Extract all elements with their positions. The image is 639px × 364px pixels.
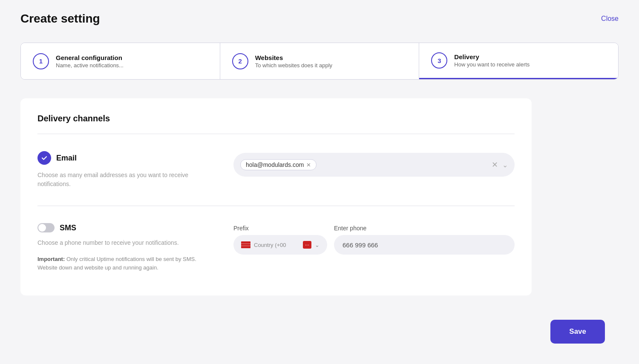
step-2-title: Websites [255, 54, 332, 61]
prefix-label: Prefix [233, 225, 327, 232]
steps-container: 1 General configuration Name, active not… [20, 43, 619, 80]
email-tags: hola@modulards.com ✕ [240, 159, 488, 170]
email-input-box[interactable]: hola@modulards.com ✕ ✕ ⌄ [233, 153, 515, 177]
email-toggle[interactable] [37, 151, 51, 165]
step-3-circle: 3 [431, 52, 447, 69]
sms-toggle[interactable] [37, 223, 55, 232]
step-3-title: Delivery [454, 53, 530, 60]
step-1[interactable]: 1 General configuration Name, active not… [21, 43, 220, 79]
email-channel-header: Email [37, 151, 199, 165]
phone-input[interactable]: 666 999 666 [334, 235, 515, 255]
step-2-circle: 2 [232, 53, 248, 69]
sms-channel-left: SMS Choose a phone number to receive you… [37, 223, 199, 272]
svg-rect-2 [241, 244, 250, 246]
step-1-text: General configuration Name, active notif… [56, 54, 124, 69]
sms-channel-row: SMS Choose a phone number to receive you… [37, 219, 515, 280]
page-header: Create setting Close [20, 12, 619, 26]
email-channel-name: Email [56, 154, 77, 163]
prefix-chevron-icon: ⌄ [315, 242, 320, 248]
email-channel-left: Email Choose as many email addresses as … [37, 151, 199, 189]
email-channel-row: Email Choose as many email addresses as … [37, 147, 515, 197]
email-tag: hola@modulards.com ✕ [240, 159, 317, 170]
prefix-flag-icon [241, 241, 250, 248]
email-dropdown-button[interactable]: ⌄ [502, 161, 508, 169]
content-area: Delivery channels Email Choose as many e… [20, 98, 532, 295]
email-clear-button[interactable]: ✕ [492, 161, 498, 169]
divider-middle [37, 206, 515, 206]
phone-label: Enter phone [334, 225, 366, 232]
step-2-text: Websites To which websites does it apply [255, 54, 332, 69]
step-2-subtitle: To which websites does it apply [255, 62, 332, 69]
sms-fields: Prefix Enter phone Country (+00 [233, 225, 515, 255]
sms-labels: Prefix Enter phone [233, 225, 515, 232]
step-1-title: General configuration [56, 54, 124, 61]
sms-channel-important: Important: Only critical Uptime notifica… [37, 255, 199, 272]
step-3-text: Delivery How you want to receive alerts [454, 53, 530, 68]
step-3[interactable]: 3 Delivery How you want to receive alert… [419, 43, 618, 79]
page-title: Create setting [20, 12, 100, 26]
prefix-select[interactable]: Country (+00 ··· ⌄ [233, 235, 327, 255]
page-wrapper: Create setting Close 1 General configura… [0, 0, 639, 364]
step-3-subtitle: How you want to receive alerts [454, 61, 530, 68]
sms-channel-header: SMS [37, 223, 199, 232]
save-button[interactable]: Save [550, 320, 605, 344]
step-1-circle: 1 [33, 53, 49, 69]
email-tag-remove[interactable]: ✕ [306, 162, 311, 168]
section-title: Delivery channels [37, 114, 515, 123]
email-input-actions: ✕ ⌄ [492, 161, 508, 169]
prefix-text: Country (+00 [254, 242, 299, 248]
prefix-dots: ··· [303, 241, 311, 249]
divider-top [37, 134, 515, 134]
step-2[interactable]: 2 Websites To which websites does it app… [220, 43, 420, 79]
email-channel-desc: Choose as many email addresses as you wa… [37, 171, 199, 189]
sms-channel-desc: Choose a phone number to receive your no… [37, 238, 199, 247]
close-button[interactable]: Close [601, 15, 619, 23]
step-1-subtitle: Name, active notifications... [56, 62, 124, 69]
phone-value: 666 999 666 [343, 241, 378, 249]
sms-important-label: Important: [37, 256, 65, 262]
sms-inputs: Country (+00 ··· ⌄ 666 999 666 [233, 235, 515, 255]
sms-channel-name: SMS [60, 224, 76, 232]
